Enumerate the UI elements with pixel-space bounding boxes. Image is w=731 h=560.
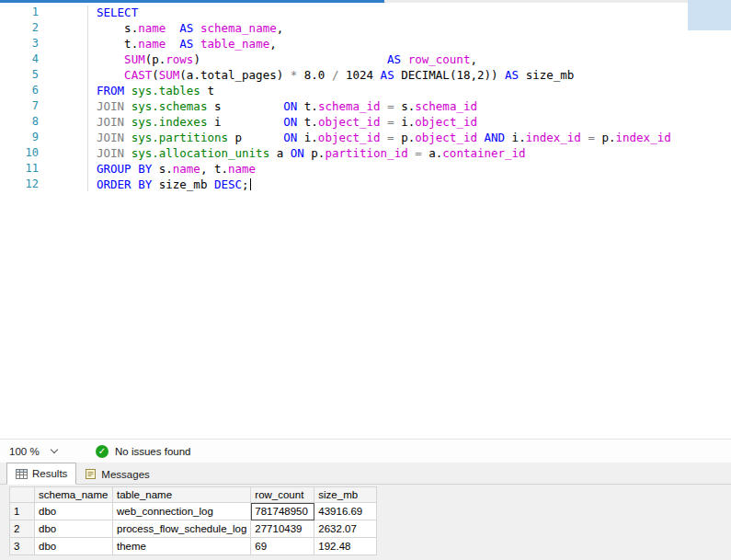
line-number: 6 xyxy=(0,83,39,98)
text-cursor xyxy=(250,178,251,190)
code-line[interactable]: 9JOIN sys.partitions p ON i.object_id = … xyxy=(0,130,687,145)
code-line[interactable]: 2 s.name AS schema_name, xyxy=(0,20,687,36)
line-number: 4 xyxy=(0,51,39,67)
cell[interactable]: 192.48 xyxy=(314,538,377,555)
zoom-level-value: 100 % xyxy=(9,446,44,457)
results-grid-panel: schema_nametable_namerow_countsize_mb1db… xyxy=(0,485,731,560)
column-header-row_count[interactable]: row_count xyxy=(251,487,314,503)
tab-results[interactable]: Results xyxy=(6,463,76,485)
tab-messages[interactable]: Messages xyxy=(76,464,157,484)
cell[interactable]: 27710439 xyxy=(251,520,314,538)
code-line[interactable]: 10JOIN sys.allocation_units a ON p.parti… xyxy=(0,145,687,161)
row-header[interactable]: 1 xyxy=(10,503,35,520)
code-line-text: JOIN sys.partitions p ON i.object_id = p… xyxy=(39,130,671,145)
row-header[interactable]: 3 xyxy=(10,538,35,555)
chevron-down-icon xyxy=(51,446,58,453)
code-line-text: JOIN sys.allocation_units a ON p.partiti… xyxy=(39,145,526,161)
line-number: 5 xyxy=(0,67,39,83)
sql-editor[interactable]: 1SELECT2 s.name AS schema_name,3 t.name … xyxy=(0,0,731,439)
code-line-text: FROM sys.tables t xyxy=(39,83,214,98)
column-header-size_mb[interactable]: size_mb xyxy=(314,487,377,503)
line-number: 11 xyxy=(0,161,39,177)
code-line[interactable]: 8JOIN sys.indexes i ON t.object_id = i.o… xyxy=(0,114,687,130)
cell[interactable]: dbo xyxy=(35,520,113,538)
line-number: 9 xyxy=(0,130,39,145)
issues-status-text: No issues found xyxy=(115,446,190,457)
table-row: 2dboprocess_flow_schedule_log27710439263… xyxy=(10,520,377,538)
grid-corner-header[interactable] xyxy=(10,487,35,503)
line-number: 3 xyxy=(0,36,39,51)
code-line[interactable]: 12ORDER BY size_mb DESC; xyxy=(0,177,687,192)
row-header[interactable]: 2 xyxy=(10,520,35,538)
tab-messages-label: Messages xyxy=(101,469,149,480)
cell[interactable]: 69 xyxy=(251,538,314,555)
code-line-text: s.name AS schema_name, xyxy=(39,20,283,36)
code-line[interactable]: 11GROUP BY s.name, t.name xyxy=(0,161,687,177)
code-line[interactable]: 1SELECT xyxy=(0,5,687,20)
cell[interactable]: process_flow_schedule_log xyxy=(113,520,251,538)
code-line[interactable]: 4 SUM(p.rows) AS row_count, xyxy=(0,51,687,67)
code-line-text: t.name AS table_name, xyxy=(39,36,277,51)
cell[interactable]: 2632.07 xyxy=(314,520,377,538)
zoom-level-select[interactable]: 100 % xyxy=(9,446,75,457)
scrollbar-thumb[interactable] xyxy=(688,0,731,30)
code-line-text: SELECT xyxy=(39,5,138,20)
cell[interactable]: dbo xyxy=(35,538,113,555)
selected-cell[interactable]: 781748950 xyxy=(251,503,314,520)
code-line-text: GROUP BY s.name, t.name xyxy=(39,161,256,177)
cell[interactable]: theme xyxy=(113,538,251,555)
line-number: 7 xyxy=(0,98,39,114)
results-grid-icon xyxy=(16,468,28,480)
code-line-text: SUM(p.rows) AS row_count, xyxy=(39,51,477,67)
results-tab-bar: Results Messages xyxy=(0,463,731,485)
code-line-text: JOIN sys.schemas s ON t.schema_id = s.sc… xyxy=(39,98,477,114)
code-lines: 1SELECT2 s.name AS schema_name,3 t.name … xyxy=(0,5,687,192)
tab-results-label: Results xyxy=(32,468,67,479)
messages-icon xyxy=(85,468,97,480)
editor-status-bar: 100 % ✓ No issues found xyxy=(0,439,731,463)
cell[interactable]: 43916.69 xyxy=(314,503,377,520)
no-issues-check-icon: ✓ xyxy=(96,445,109,458)
line-number: 8 xyxy=(0,114,39,130)
table-row: 3dbotheme69192.48 xyxy=(10,538,377,555)
code-line[interactable]: 7JOIN sys.schemas s ON t.schema_id = s.s… xyxy=(0,98,687,114)
code-line[interactable]: 5 CAST(SUM(a.total_pages) * 8.0 / 1024 A… xyxy=(0,67,687,83)
code-line-text: ORDER BY size_mb DESC; xyxy=(39,177,251,192)
table-row: 1dboweb_connection_log78174895043916.69 xyxy=(10,503,377,520)
code-line[interactable]: 6FROM sys.tables t xyxy=(0,83,687,98)
active-document-accent xyxy=(0,0,384,3)
cell[interactable]: dbo xyxy=(35,503,113,520)
code-line-text: CAST(SUM(a.total_pages) * 8.0 / 1024 AS … xyxy=(39,67,574,83)
results-table: schema_nametable_namerow_countsize_mb1db… xyxy=(9,486,377,555)
line-number: 12 xyxy=(0,177,39,192)
line-number: 10 xyxy=(0,145,39,161)
line-number: 1 xyxy=(0,5,39,20)
code-line-text: JOIN sys.indexes i ON t.object_id = i.ob… xyxy=(39,114,477,130)
cell[interactable]: web_connection_log xyxy=(113,503,251,520)
column-header-table_name[interactable]: table_name xyxy=(113,487,251,503)
code-line[interactable]: 3 t.name AS table_name, xyxy=(0,36,687,51)
column-header-schema_name[interactable]: schema_name xyxy=(35,487,113,503)
line-number: 2 xyxy=(0,20,39,36)
query-window: 1SELECT2 s.name AS schema_name,3 t.name … xyxy=(0,0,731,560)
